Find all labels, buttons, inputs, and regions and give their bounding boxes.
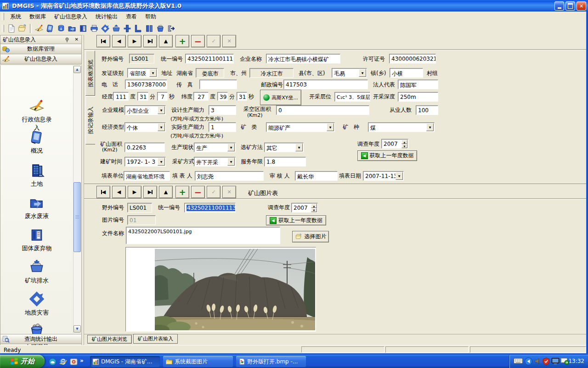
- pic-field-no-input[interactable]: LS001: [127, 203, 152, 213]
- license-no-input[interactable]: 4300000620321: [389, 54, 436, 63]
- spin-up-icon[interactable]: ▲: [401, 140, 407, 144]
- keyboard-icon[interactable]: [514, 357, 523, 365]
- toolbar-solid-waste-icon[interactable]: [78, 23, 88, 34]
- toolbar-stat-icon[interactable]: [133, 23, 143, 34]
- pic-nav-delete-button[interactable]: −: [191, 186, 205, 198]
- pic-nav-insert-button[interactable]: +: [175, 186, 189, 198]
- mine-area-input[interactable]: 0.2263: [124, 143, 165, 152]
- fill-date-combo[interactable]: 2007-11-13▼: [363, 171, 404, 181]
- sidebar-item-geo-disaster[interactable]: 地质灾害: [0, 291, 73, 317]
- taskbar-item-dmgis[interactable]: DMGIS - 湖南省矿...: [90, 356, 160, 367]
- workers-input[interactable]: 100: [416, 105, 438, 115]
- production-status-combo[interactable]: 生产▼: [194, 143, 236, 152]
- survey-year-spinner[interactable]: 2007 ▲ ▼: [381, 139, 408, 149]
- tab-record-input[interactable]: 按记录输入: [85, 96, 95, 144]
- toolbar-admin-icon[interactable]: [122, 23, 132, 34]
- spin-up-icon[interactable]: ▲: [311, 204, 317, 208]
- phone-input[interactable]: 13607387000: [125, 80, 167, 89]
- sidebar-item-overview[interactable]: 概况: [0, 130, 73, 155]
- scrollbar-thumb[interactable]: [74, 182, 81, 252]
- menu-item-mine-entry[interactable]: 矿山信息录入: [50, 12, 91, 22]
- pic-nav-cancel-button[interactable]: ✕: [222, 186, 236, 198]
- scroll-up-icon[interactable]: ▲: [74, 66, 81, 73]
- sidebar-scrollbar[interactable]: ▲ ▼: [73, 65, 81, 333]
- restore-button[interactable]: [565, 1, 575, 11]
- town-input[interactable]: 小横: [390, 68, 423, 78]
- pic-nav-edit-button[interactable]: ▲: [159, 186, 173, 198]
- quicklaunch-messenger-icon[interactable]: [48, 357, 57, 366]
- taskbar-item-screenshots-folder[interactable]: 系统截图图片: [163, 356, 233, 367]
- toolbar-disaster-icon[interactable]: [100, 23, 110, 34]
- service-years-input[interactable]: 1.8: [264, 157, 306, 167]
- volume-icon[interactable]: [534, 357, 542, 366]
- built-date-combo[interactable]: 1972- 1- 3▼: [124, 157, 166, 167]
- nav-last-button[interactable]: ▶: [143, 35, 157, 47]
- toolbar-entry-icon[interactable]: [34, 23, 44, 34]
- language-bar-icon[interactable]: [525, 357, 532, 367]
- nav-prior-button[interactable]: ◀: [112, 35, 126, 47]
- toolbar-drainage-icon[interactable]: [89, 23, 99, 34]
- menu-item-stats-output[interactable]: 统计输出: [91, 12, 122, 22]
- toolbar-survey-icon[interactable]: [111, 23, 121, 34]
- sidebar-item-solid-waste[interactable]: 固体废弃物: [0, 227, 73, 253]
- quicklaunch-app-icon[interactable]: [69, 357, 78, 366]
- sidebar-close-icon[interactable]: ✕: [75, 37, 79, 42]
- nav-first-button[interactable]: ◀: [96, 35, 110, 47]
- menu-item-system[interactable]: 系统: [6, 12, 25, 22]
- display-icon[interactable]: [551, 357, 560, 366]
- city-box[interactable]: 娄底市: [196, 68, 224, 78]
- menu-item-database[interactable]: 数据库: [25, 12, 50, 22]
- sidebar-group-query-output[interactable]: 查询统计输出: [0, 334, 82, 344]
- gauss-xy-button[interactable]: 高斯XY坐...: [260, 90, 301, 105]
- unified-no-input[interactable]: 43250211001113: [185, 54, 234, 63]
- goaf-area-input[interactable]: 0: [276, 105, 369, 115]
- new-file-icon[interactable]: [6, 23, 17, 34]
- sidebar-group-database[interactable]: 数据库管理: [0, 44, 82, 54]
- sidebar-item-admin-info-entry[interactable]: 行政信息录入: [0, 98, 73, 132]
- fill-unit-input[interactable]: 湖南省地质环境: [124, 171, 170, 181]
- spin-down-icon[interactable]: ▼: [401, 144, 407, 148]
- menu-item-help[interactable]: 帮助: [141, 12, 160, 22]
- scheduler-icon[interactable]: [560, 357, 569, 366]
- sidebar-item-pit-drainage[interactable]: 矿坑排水: [0, 259, 73, 285]
- nav-insert-button[interactable]: +: [175, 35, 189, 47]
- pic-nav-next-button[interactable]: ▶: [128, 186, 141, 198]
- taskbar-item-bmp-file[interactable]: 野外版打开.bmp -...: [236, 356, 306, 367]
- lon-deg-input[interactable]: 111: [113, 92, 129, 101]
- pic-nav-post-button[interactable]: ✓: [207, 186, 220, 198]
- tab-picture-browse[interactable]: 矿山图片表浏览: [87, 335, 132, 344]
- spin-down-icon[interactable]: ▼: [311, 208, 317, 212]
- quicklaunch-more-icon[interactable]: »: [80, 357, 84, 364]
- mining-method-combo[interactable]: 井下开采▼: [194, 157, 236, 167]
- pic-fetch-previous-year-button[interactable]: ◀获取上一年度数据: [266, 215, 326, 225]
- auditor-input[interactable]: 戴长华: [295, 171, 338, 181]
- legal-rep-input[interactable]: 陈国军: [398, 80, 438, 89]
- zip-input[interactable]: 417503: [283, 80, 368, 89]
- county-combo[interactable]: 毛易▼: [332, 68, 367, 78]
- nav-edit-button[interactable]: ▲: [159, 35, 173, 47]
- enterprise-scale-combo[interactable]: 小型企业▼: [124, 105, 166, 115]
- fetch-previous-year-button[interactable]: ◀获取上一年度数据: [357, 150, 417, 161]
- mining-layer-input[interactable]: C₁c¹ 3、5煤层: [334, 92, 370, 102]
- exit-icon[interactable]: [166, 23, 176, 34]
- mineral-class-combo[interactable]: 能源矿产▼: [266, 122, 335, 132]
- pic-survey-year-spinner[interactable]: 2007 ▲ ▼: [291, 203, 318, 213]
- mineral-kind-combo[interactable]: 煤▼: [368, 122, 435, 132]
- close-button[interactable]: ✕: [577, 1, 586, 11]
- pic-nav-prior-button[interactable]: ◀: [112, 186, 126, 198]
- design-capacity-input[interactable]: 3: [209, 105, 236, 115]
- economy-type-combo[interactable]: 个体▼: [124, 122, 166, 132]
- open-file-icon[interactable]: [17, 23, 28, 34]
- toolbar-query-icon[interactable]: [144, 23, 154, 34]
- cert-level-combo[interactable]: 省部级▼: [127, 68, 158, 78]
- toolbar-wastewater-icon[interactable]: [67, 23, 77, 34]
- pin-icon[interactable]: [65, 37, 70, 43]
- pic-unified-no-input[interactable]: 43250211001113: [184, 203, 236, 213]
- mining-depth-input[interactable]: 250m: [398, 92, 438, 102]
- sidebar-item-wastewater[interactable]: 废水废液: [0, 195, 73, 220]
- toolbar-land-icon[interactable]: [56, 23, 66, 34]
- lon-sec-input[interactable]: 7: [157, 92, 168, 101]
- lat-deg-input[interactable]: 27: [193, 92, 209, 101]
- security-shield-icon[interactable]: [543, 357, 550, 367]
- start-button[interactable]: 开始: [0, 355, 45, 368]
